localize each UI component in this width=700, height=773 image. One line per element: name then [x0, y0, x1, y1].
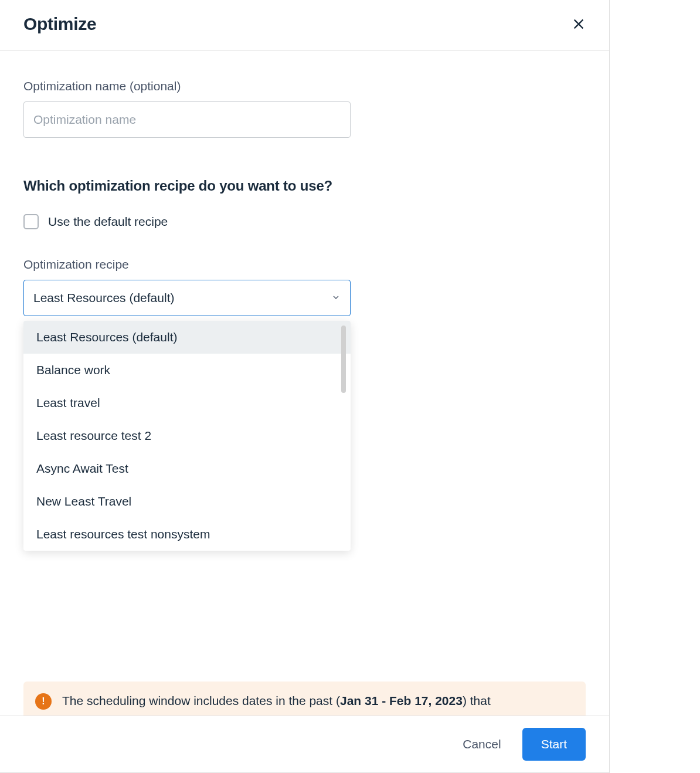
- recipe-dropdown-panel: Least Resources (default) Balance work L…: [23, 321, 351, 551]
- recipe-select[interactable]: Least Resources (default): [23, 280, 351, 316]
- default-recipe-checkbox-label: Use the default recipe: [48, 215, 168, 229]
- warning-date-range: Jan 31 - Feb 17, 2023: [340, 694, 463, 707]
- recipe-option[interactable]: Async Await Test: [23, 452, 351, 485]
- modal-header: Optimize: [0, 0, 609, 51]
- optimization-name-input[interactable]: [23, 101, 351, 138]
- recipe-option[interactable]: Least travel: [23, 386, 351, 419]
- chevron-down-icon: [331, 291, 341, 305]
- dropdown-scrollbar[interactable]: [341, 326, 346, 393]
- close-icon[interactable]: [572, 17, 586, 31]
- recipe-section-heading: Which optimization recipe do you want to…: [23, 178, 586, 194]
- cancel-button[interactable]: Cancel: [458, 730, 505, 758]
- optimize-modal: Optimize Optimization name (optional) Wh…: [0, 0, 610, 773]
- modal-footer: Cancel Start: [0, 716, 609, 772]
- warning-icon: !: [35, 693, 52, 710]
- warning-text: The scheduling window includes dates in …: [62, 692, 491, 709]
- recipe-option[interactable]: New Least Travel: [23, 485, 351, 518]
- recipe-select-wrapper: Least Resources (default) Least Resource…: [23, 280, 351, 316]
- name-field-label: Optimization name (optional): [23, 79, 586, 93]
- default-recipe-checkbox[interactable]: [23, 214, 39, 229]
- warning-text-before: The scheduling window includes dates in …: [62, 694, 340, 707]
- warning-banner: ! The scheduling window includes dates i…: [23, 682, 586, 716]
- recipe-option[interactable]: Least Resources (default): [23, 321, 351, 354]
- recipe-dropdown-list[interactable]: Least Resources (default) Balance work L…: [23, 321, 351, 551]
- default-recipe-checkbox-row: Use the default recipe: [23, 214, 586, 229]
- recipe-select-value: Least Resources (default): [33, 291, 174, 305]
- recipe-option[interactable]: Balance work: [23, 354, 351, 386]
- modal-title: Optimize: [23, 14, 96, 34]
- modal-body: Optimization name (optional) Which optim…: [0, 51, 609, 716]
- warning-text-after: ) that: [463, 694, 491, 707]
- recipe-option[interactable]: Least resource test 2: [23, 419, 351, 452]
- recipe-field-label: Optimization recipe: [23, 257, 586, 272]
- start-button[interactable]: Start: [522, 728, 586, 761]
- recipe-option[interactable]: Least resources test nonsystem: [23, 518, 351, 551]
